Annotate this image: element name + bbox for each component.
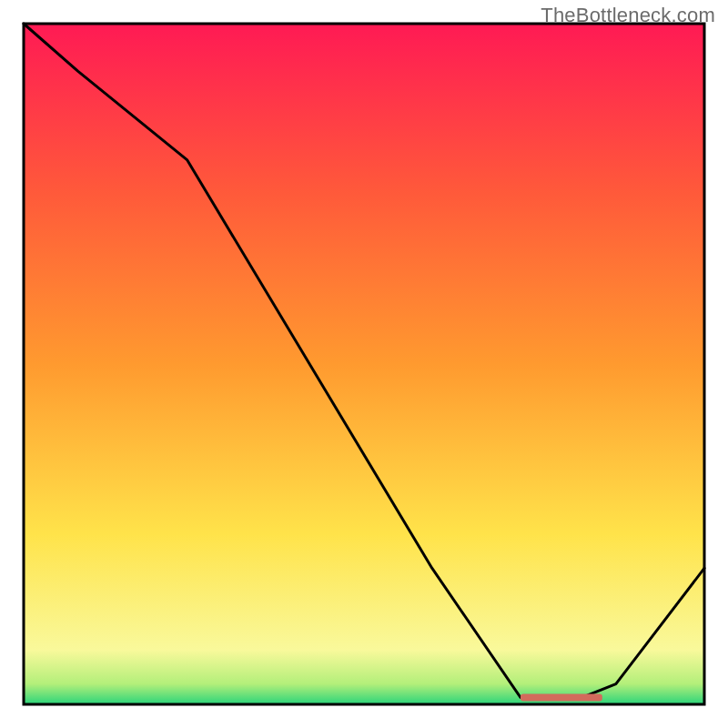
gradient-background (24, 24, 704, 704)
chart-svg (0, 0, 728, 728)
chart-container: { "watermark": "TheBottleneck.com", "cha… (0, 0, 728, 728)
optimal-range-marker (521, 694, 602, 702)
plot-area (24, 24, 704, 704)
